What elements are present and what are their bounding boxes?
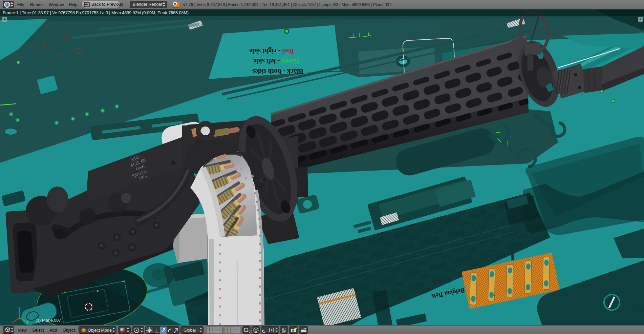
svg-text:Green - left side: Green - left side (253, 58, 299, 65)
svg-text:y: y (26, 320, 28, 323)
svg-text:Global: Global (184, 328, 196, 333)
svg-text:Frame:1 | Time:01:33.97 | Ve:9: Frame:1 | Time:01:33.97 | Ve:9767798 Fa:… (3, 11, 189, 15)
svg-text:Black - both sides: Black - both sides (252, 68, 303, 75)
svg-text:Red - right side: Red - right side (249, 47, 294, 55)
svg-text:i: i (6, 3, 7, 7)
svg-text:Object Mode: Object Mode (88, 328, 112, 333)
svg-text:(1) Plane.007: (1) Plane.007 (36, 318, 61, 323)
svg-text:+: + (3, 17, 5, 21)
svg-text:+: + (639, 17, 641, 21)
